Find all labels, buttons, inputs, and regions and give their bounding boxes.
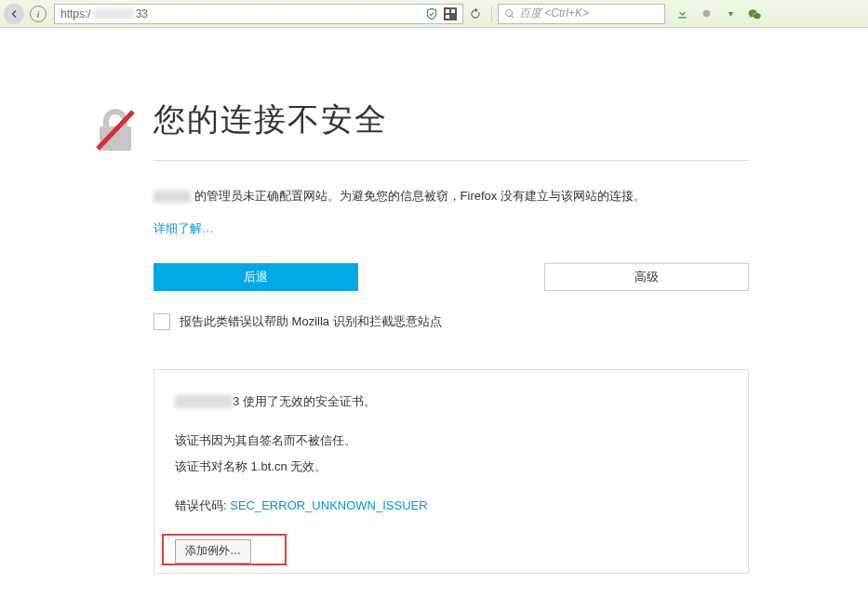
error-title: 您的连接不安全 <box>154 99 749 141</box>
extension-arrow-icon[interactable]: ▾ <box>723 7 738 21</box>
search-placeholder: 百度 <Ctrl+K> <box>519 6 589 21</box>
error-description: 的管理员未正确配置网站。为避免您的信息被窃，Firefox 没有建立与该网站的连… <box>154 187 749 206</box>
search-box[interactable]: 百度 <Ctrl+K> <box>498 4 665 24</box>
extension-icon-1[interactable] <box>699 7 714 21</box>
refresh-button[interactable] <box>465 4 486 24</box>
error-page: 您的连接不安全 的管理员未正确配置网站。为避免您的信息被窃，Firefox 没有… <box>0 28 868 574</box>
error-code-link[interactable]: SEC_ERROR_UNKNOWN_ISSUER <box>230 498 427 512</box>
error-code-line: 错误代码: SEC_ERROR_UNKNOWN_ISSUER <box>175 495 728 517</box>
learn-more-link[interactable]: 详细了解… <box>154 221 214 235</box>
back-button[interactable] <box>4 4 24 24</box>
insecure-lock-icon <box>92 108 139 152</box>
separator <box>491 6 492 22</box>
details-line-1: 3 使用了无效的安全证书。 <box>175 391 728 413</box>
details-line-3: 该证书对名称 1.bt.cn 无效。 <box>175 456 728 478</box>
advanced-button[interactable]: 高级 <box>544 263 749 291</box>
site-info-icon[interactable]: i <box>30 6 47 22</box>
add-exception-button[interactable]: 添加例外… <box>175 539 251 564</box>
shield-icon[interactable] <box>425 7 438 20</box>
url-port: 33 <box>136 7 148 20</box>
svg-point-0 <box>702 10 710 18</box>
details-line-2: 该证书因为其自签名而不被信任。 <box>175 430 728 452</box>
download-icon[interactable] <box>674 7 689 21</box>
wechat-icon[interactable] <box>747 7 762 21</box>
report-errors-checkbox[interactable] <box>154 313 170 330</box>
url-scheme: https:/ <box>60 7 91 20</box>
report-errors-label: 报告此类错误以帮助 Mozilla 识别和拦截恶意站点 <box>180 313 442 330</box>
go-back-button[interactable]: 后退 <box>154 263 358 291</box>
divider <box>154 160 749 161</box>
url-host-redacted <box>93 8 134 20</box>
host-redacted <box>154 191 191 203</box>
search-icon <box>504 8 515 20</box>
certificate-details: 3 使用了无效的安全证书。 该证书因为其自签名而不被信任。 该证书对名称 1.b… <box>154 369 749 574</box>
qr-icon[interactable] <box>444 7 457 20</box>
toolbar-extensions: ▾ <box>674 7 762 21</box>
browser-toolbar: i https:/ 33 百度 <Ctrl+K> ▾ <box>0 0 868 28</box>
address-bar[interactable]: https:/ 33 <box>54 4 463 24</box>
host-redacted-2 <box>175 395 233 408</box>
